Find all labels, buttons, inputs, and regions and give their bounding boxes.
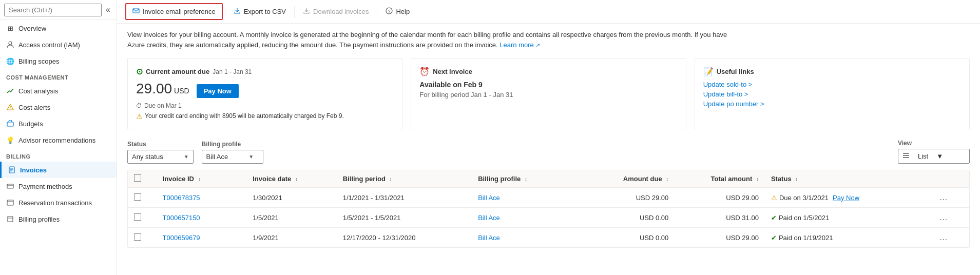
sidebar-item-label: Cost analysis [18,87,58,95]
sidebar-item-reservation-transactions[interactable]: Reservation transactions [0,194,117,211]
col-header-invoice-id[interactable]: Invoice ID ↕ [157,170,247,188]
invoice-email-preference-button[interactable]: Invoice email preference [125,3,223,20]
view-group: View List ▼ [898,140,970,164]
billing-profile-link[interactable]: Bill Ace [478,214,500,222]
col-header-billing-profile[interactable]: Billing profile ↕ [472,170,585,188]
billing-period-sort-icon: ↕ [389,176,392,182]
invoice-id-link[interactable]: T000657150 [163,214,200,222]
billing-profile-filter-group: Billing profile Bill Ace ▼ [202,141,263,164]
row-checkbox[interactable] [134,213,141,221]
download-invoices-button[interactable]: Download invoices [297,4,375,19]
download-icon [303,7,310,16]
success-status-icon: ✔ [771,214,777,222]
billing-profile-filter-select[interactable]: Bill Ace ▼ [202,150,263,164]
pay-now-link[interactable]: Pay Now [833,194,859,202]
reservation-transactions-icon [6,199,14,207]
advisor-icon: 💡 [6,136,14,144]
available-on: Available on Feb 9 [419,81,677,89]
help-button[interactable]: ? Help [379,4,416,19]
more-options-button[interactable]: … [936,212,951,223]
clock-small-icon: ⏱ [136,102,142,109]
more-options-button[interactable]: … [936,192,951,203]
row-checkbox-cell [128,228,157,248]
sidebar-item-billing-scopes[interactable]: 🌐 Billing scopes [0,53,117,69]
update-po-number-link[interactable]: Update po number > [703,100,961,108]
next-invoice-card: ⏰ Next invoice Available on Feb 9 For bi… [411,58,686,129]
amount-currency: USD [174,87,189,95]
billing-period-cell: 1/1/2021 - 1/31/2021 [337,188,472,208]
status-chevron-icon: ▼ [184,154,189,160]
sidebar-item-cost-analysis[interactable]: Cost analysis [0,83,117,99]
invoice-id-link[interactable]: T000678375 [163,194,200,202]
total-amount-cell: USD 31.00 [675,208,765,228]
table-header-row: Invoice ID ↕ Invoice date ↕ Billing peri… [128,170,969,188]
billing-profile-link[interactable]: Bill Ace [478,194,500,202]
total-amount-cell: USD 29.00 [675,188,765,208]
billing-profile-cell: Bill Ace [472,188,585,208]
amount-due-cell: USD 0.00 [585,208,675,228]
more-options-button[interactable]: … [936,232,951,243]
select-all-checkbox[interactable] [134,174,141,182]
col-header-total-amount[interactable]: Total amount ↕ [675,170,765,188]
useful-links-list: Update sold-to > Update bill-to > Update… [703,81,961,108]
sidebar-item-cost-alerts[interactable]: Cost alerts [0,99,117,115]
toolbar-separator-3 [377,6,377,18]
status-text: Paid on 1/19/2021 [779,234,833,242]
update-sold-to-link[interactable]: Update sold-to > [703,81,961,88]
status-badge: ✔ Paid on 1/5/2021 [771,214,924,222]
svg-rect-10 [7,200,13,205]
warning-icon: ⚠ [136,112,143,121]
status-cell: ⚠ Due on 3/1/2021 Pay Now [765,188,930,208]
external-link-icon: ↗ [535,42,540,48]
billing-profile-link[interactable]: Bill Ace [478,234,500,242]
main-content: Invoice email preference Export to CSV D… [117,0,980,275]
description-text: View invoices for your billing account. … [127,31,727,49]
sidebar-item-label: Advisor recommendations [18,136,95,144]
status-filter-group: Status Any status ▼ [127,141,194,164]
cost-analysis-icon [6,87,14,95]
view-select[interactable]: List ▼ [898,149,970,164]
col-header-amount-due[interactable]: Amount due ↕ [585,170,675,188]
status-filter-label: Status [127,141,194,148]
col-header-status[interactable]: Status ↕ [765,170,930,188]
pay-now-button[interactable]: Pay Now [197,84,239,98]
invoice-date-sort-icon: ↕ [295,176,298,182]
sidebar-item-invoices[interactable]: Invoices [0,162,117,178]
row-checkbox[interactable] [134,233,141,241]
learn-more-link[interactable]: Learn more [499,41,533,49]
billing-profile-filter-label: Billing profile [202,141,263,148]
collapse-sidebar-button[interactable]: « [104,3,112,16]
row-checkbox[interactable] [134,193,141,201]
actions-cell: … [930,188,969,208]
export-csv-label: Export to CSV [244,8,286,15]
filters-row: Status Any status ▼ Billing profile Bill… [127,140,970,164]
status-sort-icon: ↕ [795,176,798,182]
payment-methods-icon [6,182,14,190]
warning-status-icon: ⚠ [771,194,777,202]
sidebar-item-payment-methods[interactable]: Payment methods [0,178,117,194]
billing-profile-filter-value: Bill Ace [206,153,228,161]
sidebar-item-advisor-recommendations[interactable]: 💡 Advisor recommendations [0,132,117,148]
amount-due-cell: USD 29.00 [585,188,675,208]
sidebar-item-budgets[interactable]: Budgets [0,115,117,132]
list-icon [902,152,910,161]
col-header-billing-period[interactable]: Billing period ↕ [337,170,472,188]
status-filter-value: Any status [132,153,163,161]
search-input[interactable] [4,4,102,16]
status-filter-select[interactable]: Any status ▼ [127,150,194,164]
sidebar-item-billing-profiles[interactable]: Billing profiles [0,211,117,227]
total-amount-cell: USD 29.00 [675,228,765,248]
sidebar-item-overview[interactable]: ⊞ Overview [0,20,117,36]
update-bill-to-link[interactable]: Update bill-to > [703,90,961,98]
sidebar-item-access-control[interactable]: Access control (IAM) [0,36,117,53]
status-text: Paid on 1/5/2021 [779,214,829,222]
billing-profiles-icon [6,215,14,223]
billing-scopes-icon: 🌐 [6,57,14,65]
col-header-invoice-date[interactable]: Invoice date ↕ [246,170,337,188]
useful-links-card: 📝 Useful links Update sold-to > Update b… [695,58,970,129]
invoice-id-cell: T000678375 [157,188,247,208]
invoice-id-cell: T000659679 [157,228,247,248]
export-csv-button[interactable]: Export to CSV [227,4,292,19]
invoice-id-link[interactable]: T000659679 [163,234,200,242]
billing-period-info: For billing period Jan 1 - Jan 31 [419,91,677,99]
